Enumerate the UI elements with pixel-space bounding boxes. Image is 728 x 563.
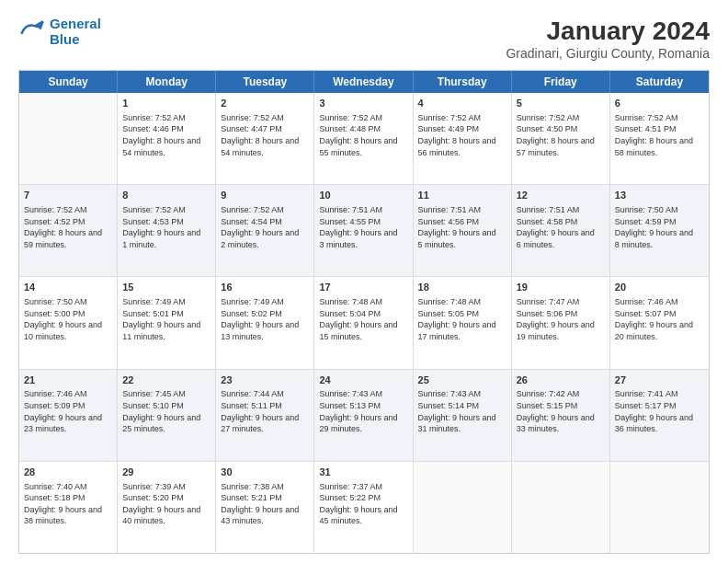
sunset-text: Sunset: 5:09 PM [24,400,112,412]
daylight-text: Daylight: 8 hours and [24,227,112,239]
header-day-friday: Friday [512,71,610,93]
daylight-text-2: 13 minutes. [221,331,309,343]
day-cell-6: 6Sunrise: 7:52 AMSunset: 4:51 PMDaylight… [610,93,709,184]
daylight-text-2: 5 minutes. [418,239,506,251]
sunrise-text: Sunrise: 7:38 AM [221,481,309,493]
day-number: 23 [221,373,309,387]
daylight-text: Daylight: 9 hours and [319,412,407,424]
daylight-text-2: 11 minutes. [122,331,210,343]
day-cell-23: 23Sunrise: 7:44 AMSunset: 5:11 PMDayligh… [216,370,314,461]
daylight-text-2: 40 minutes. [122,515,210,527]
calendar-week-1: 1Sunrise: 7:52 AMSunset: 4:46 PMDaylight… [19,93,709,185]
calendar-week-2: 7Sunrise: 7:52 AMSunset: 4:52 PMDaylight… [19,185,709,277]
daylight-text: Daylight: 9 hours and [615,412,704,424]
header: General Blue January 2024 Gradinari, Giu… [18,17,710,61]
sunset-text: Sunset: 4:55 PM [319,216,407,228]
daylight-text: Daylight: 9 hours and [615,319,704,331]
sunrise-text: Sunrise: 7:50 AM [615,204,704,216]
daylight-text-2: 43 minutes. [221,515,309,527]
daylight-text: Daylight: 9 hours and [418,412,506,424]
daylight-text-2: 55 minutes. [319,147,407,159]
sunset-text: Sunset: 5:00 PM [24,308,112,320]
daylight-text-2: 57 minutes. [517,147,605,159]
sunset-text: Sunset: 5:15 PM [517,400,605,412]
sunrise-text: Sunrise: 7:40 AM [24,481,112,493]
sunrise-text: Sunrise: 7:52 AM [221,112,309,124]
day-cell-30: 30Sunrise: 7:38 AMSunset: 5:21 PMDayligh… [216,462,314,553]
logo-text: General Blue [50,17,101,47]
sunrise-text: Sunrise: 7:42 AM [517,388,605,400]
daylight-text-2: 25 minutes. [122,423,210,435]
daylight-text: Daylight: 9 hours and [221,319,309,331]
calendar-body: 1Sunrise: 7:52 AMSunset: 4:46 PMDaylight… [19,93,709,553]
day-number: 10 [319,189,407,202]
sunrise-text: Sunrise: 7:49 AM [122,296,210,308]
empty-cell [610,462,709,553]
daylight-text: Daylight: 9 hours and [122,319,210,331]
sunrise-text: Sunrise: 7:52 AM [122,112,210,124]
daylight-text: Daylight: 9 hours and [24,504,112,516]
logo-icon [18,18,46,46]
daylight-text: Daylight: 9 hours and [517,227,605,239]
day-number: 30 [221,465,309,479]
day-number: 18 [418,281,506,294]
day-cell-8: 8Sunrise: 7:52 AMSunset: 4:53 PMDaylight… [118,185,216,276]
daylight-text: Daylight: 9 hours and [24,319,112,331]
calendar: SundayMondayTuesdayWednesdayThursdayFrid… [18,70,710,554]
sunrise-text: Sunrise: 7:51 AM [319,204,407,216]
sunset-text: Sunset: 5:11 PM [221,400,309,412]
sunset-text: Sunset: 4:50 PM [517,123,605,135]
day-number: 19 [517,281,605,294]
daylight-text: Daylight: 9 hours and [221,504,309,516]
daylight-text: Daylight: 8 hours and [122,135,210,147]
day-number: 9 [221,189,309,202]
sunrise-text: Sunrise: 7:43 AM [319,388,407,400]
sunset-text: Sunset: 5:21 PM [221,492,309,504]
daylight-text: Daylight: 8 hours and [418,135,506,147]
calendar-header: SundayMondayTuesdayWednesdayThursdayFrid… [19,71,709,93]
sunset-text: Sunset: 5:13 PM [319,400,407,412]
daylight-text: Daylight: 9 hours and [418,227,506,239]
daylight-text: Daylight: 8 hours and [517,135,605,147]
calendar-week-3: 14Sunrise: 7:50 AMSunset: 5:00 PMDayligh… [19,277,709,369]
daylight-text: Daylight: 9 hours and [221,227,309,239]
day-cell-29: 29Sunrise: 7:39 AMSunset: 5:20 PMDayligh… [118,462,216,553]
sunrise-text: Sunrise: 7:48 AM [319,296,407,308]
day-number: 6 [615,97,704,110]
sunset-text: Sunset: 5:18 PM [24,492,112,504]
sunrise-text: Sunrise: 7:48 AM [418,296,506,308]
day-number: 3 [319,97,407,110]
day-cell-3: 3Sunrise: 7:52 AMSunset: 4:48 PMDaylight… [314,93,413,184]
sunrise-text: Sunrise: 7:52 AM [122,204,210,216]
day-number: 15 [122,281,210,294]
day-cell-31: 31Sunrise: 7:37 AMSunset: 5:22 PMDayligh… [314,462,413,553]
sunset-text: Sunset: 4:58 PM [517,216,605,228]
sunset-text: Sunset: 4:49 PM [418,123,506,135]
header-day-thursday: Thursday [414,71,512,93]
day-number: 2 [221,97,309,110]
daylight-text-2: 54 minutes. [221,147,309,159]
day-cell-27: 27Sunrise: 7:41 AMSunset: 5:17 PMDayligh… [610,370,709,461]
daylight-text: Daylight: 9 hours and [319,319,407,331]
daylight-text: Daylight: 9 hours and [221,412,309,424]
day-cell-10: 10Sunrise: 7:51 AMSunset: 4:55 PMDayligh… [314,185,413,276]
header-day-tuesday: Tuesday [216,71,314,93]
day-number: 16 [221,281,309,294]
sunset-text: Sunset: 5:14 PM [418,400,506,412]
sunset-text: Sunset: 5:04 PM [319,308,407,320]
day-number: 14 [24,281,112,294]
day-cell-14: 14Sunrise: 7:50 AMSunset: 5:00 PMDayligh… [19,277,118,368]
daylight-text-2: 29 minutes. [319,423,407,435]
header-day-wednesday: Wednesday [314,71,413,93]
day-cell-16: 16Sunrise: 7:49 AMSunset: 5:02 PMDayligh… [216,277,314,368]
day-number: 13 [615,189,704,202]
calendar-week-4: 21Sunrise: 7:46 AMSunset: 5:09 PMDayligh… [19,370,709,462]
day-cell-24: 24Sunrise: 7:43 AMSunset: 5:13 PMDayligh… [314,370,413,461]
daylight-text-2: 56 minutes. [418,147,506,159]
sunrise-text: Sunrise: 7:39 AM [122,481,210,493]
daylight-text-2: 45 minutes. [319,515,407,527]
sunset-text: Sunset: 4:47 PM [221,123,309,135]
daylight-text-2: 36 minutes. [615,423,704,435]
daylight-text-2: 59 minutes. [24,239,112,251]
day-number: 27 [615,373,704,387]
